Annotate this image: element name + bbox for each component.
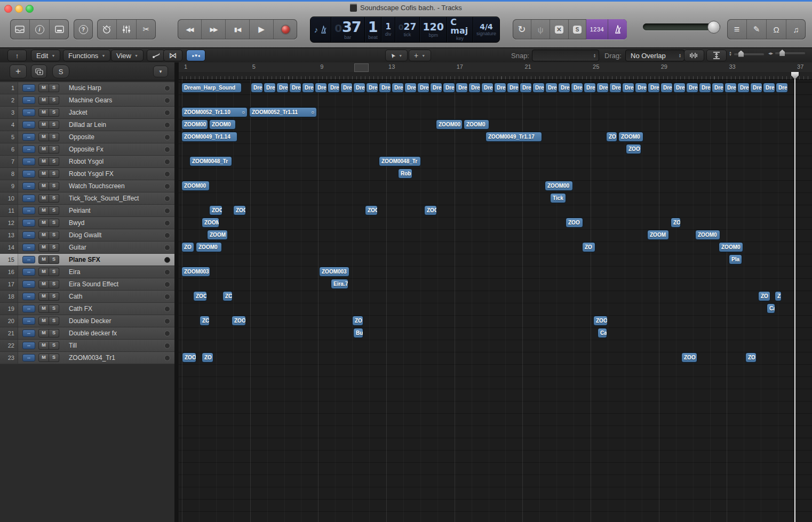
track-name[interactable]: Jacket <box>69 109 164 116</box>
audio-region[interactable]: ZOOM00 <box>545 181 573 191</box>
audio-region[interactable]: ZOO <box>424 205 437 215</box>
mute-button[interactable]: M <box>38 280 49 288</box>
automation-button[interactable] <box>147 50 165 61</box>
lcd-bar-field[interactable]: 037 bar <box>331 17 365 42</box>
lcd-tick-field[interactable]: 027 tick <box>395 17 420 42</box>
track-name[interactable]: Robot Ysgol <box>69 158 164 165</box>
solo-button[interactable]: S <box>49 96 59 105</box>
audio-region[interactable]: Dre <box>596 83 609 93</box>
audio-region[interactable]: ZO <box>758 291 770 301</box>
mute-button[interactable]: M <box>38 329 49 338</box>
audio-region[interactable]: Dre <box>635 83 647 93</box>
track-row[interactable]: 12↔MSBwyd <box>0 217 174 229</box>
audio-region[interactable]: Dre <box>545 83 558 93</box>
cycle-button[interactable]: ↻ <box>513 19 531 39</box>
input-monitor-button[interactable] <box>164 208 170 214</box>
input-monitor-button[interactable] <box>164 98 170 103</box>
audio-region[interactable]: ZOO <box>193 291 207 301</box>
audio-region[interactable]: Dre <box>763 83 775 93</box>
audio-region[interactable]: Ca <box>767 303 775 314</box>
audio-region[interactable]: Dre <box>379 83 391 93</box>
audio-region[interactable]: ZOOM <box>647 230 669 240</box>
solo-button[interactable]: S <box>49 268 59 276</box>
mute-button[interactable]: M <box>38 84 49 92</box>
input-monitor-button[interactable] <box>164 171 170 177</box>
mute-button[interactable]: M <box>38 133 49 141</box>
audio-region[interactable]: Dre <box>609 83 622 93</box>
audio-region[interactable]: Dre <box>366 83 378 93</box>
track-icon[interactable]: ↔ <box>22 146 35 153</box>
track-row[interactable]: 22↔MSTill <box>0 340 174 352</box>
audio-region[interactable]: ZO <box>606 132 617 142</box>
solo-button[interactable]: S <box>49 157 59 166</box>
track-icon[interactable]: ↔ <box>22 268 35 276</box>
input-monitor-button[interactable] <box>164 245 170 251</box>
track-name[interactable]: Opposite <box>69 133 164 141</box>
audio-region[interactable]: Pla <box>729 254 742 264</box>
track-icon[interactable]: ↔ <box>22 330 35 337</box>
track-name[interactable]: Double Decker <box>69 317 164 325</box>
input-monitor-button[interactable] <box>164 159 170 165</box>
solo-button[interactable]: S <box>49 304 59 313</box>
audio-region[interactable]: Ca <box>598 328 607 338</box>
forward-button[interactable]: ▶▶ <box>202 19 226 39</box>
track-row[interactable]: 8↔MSRobot Ysgol FX <box>0 168 174 180</box>
track-row[interactable]: 10↔MSTick_Tock_Sound_Effect <box>0 192 174 205</box>
track-row[interactable]: 7↔MSRobot Ysgol <box>0 156 174 168</box>
mute-button[interactable]: M <box>38 170 49 178</box>
audio-region[interactable]: Dre <box>571 83 583 93</box>
track-icon[interactable]: ↔ <box>22 293 35 300</box>
track-row[interactable]: 18↔MSCath <box>0 291 174 303</box>
vertical-zoom-slider[interactable] <box>734 53 764 55</box>
solo-button[interactable]: S <box>49 84 59 92</box>
track-row[interactable]: 11↔MSPeiriant <box>0 205 174 217</box>
audio-region[interactable]: Dre <box>417 83 429 93</box>
punch-button[interactable]: × <box>550 19 569 39</box>
track-name[interactable]: Peiriant <box>69 207 164 214</box>
horizontal-zoom-slider[interactable] <box>775 52 805 54</box>
track-icon[interactable]: ↔ <box>22 84 35 92</box>
solo-button[interactable]: S <box>49 133 59 141</box>
audio-region[interactable]: Dre <box>328 83 340 93</box>
input-monitor-button[interactable] <box>164 294 170 300</box>
track-row[interactable]: 1↔MSMusic Harp <box>0 82 174 94</box>
solo-button[interactable]: S <box>49 341 59 350</box>
mute-button[interactable]: M <box>38 268 49 276</box>
audio-region[interactable]: ZOOM0052_Tr1.10○ <box>181 107 248 117</box>
track-name[interactable]: ZOOM0034_Tr1 <box>69 354 164 362</box>
audio-region[interactable]: ZC <box>222 291 233 301</box>
solo-mode-button[interactable]: S <box>569 19 586 39</box>
tools-button[interactable]: ✂ <box>137 19 156 39</box>
arrange-area[interactable]: Dream_Harp_SoundDreDreDreDreDreDreDreDre… <box>179 80 812 522</box>
track-row[interactable]: 17↔MSEira Sound Effect <box>0 278 174 291</box>
audio-region[interactable]: Dre <box>584 83 596 93</box>
up-arrow-button[interactable]: ↑ <box>7 50 27 61</box>
audio-region[interactable]: ZOOM0048_Tr <box>189 156 232 166</box>
solo-button[interactable]: S <box>49 108 59 117</box>
audio-region[interactable]: Dre <box>302 83 314 93</box>
solo-button[interactable]: S <box>49 145 59 154</box>
tuner-button[interactable]: ψ <box>531 19 550 39</box>
drag-menu[interactable]: No Overlap ▲▼ <box>625 50 684 61</box>
input-monitor-button[interactable] <box>164 257 170 263</box>
track-icon[interactable]: ↔ <box>22 256 35 263</box>
solo-button[interactable]: S <box>49 182 59 190</box>
audio-region[interactable]: Dre <box>750 83 762 93</box>
solo-button[interactable]: S <box>49 280 59 288</box>
solo-tracks-button[interactable]: S <box>52 65 69 78</box>
audio-region[interactable]: ZOO <box>233 205 246 215</box>
track-name[interactable]: Double decker fx <box>69 330 164 337</box>
audio-region[interactable]: Dre <box>520 83 532 93</box>
audio-region[interactable]: Dre <box>725 83 737 93</box>
mute-button[interactable]: M <box>38 108 49 117</box>
audio-region[interactable]: Dre <box>712 83 724 93</box>
input-monitor-button[interactable] <box>164 147 170 152</box>
track-name[interactable]: Cath <box>69 293 164 300</box>
input-monitor-button[interactable] <box>164 85 170 91</box>
audio-region[interactable]: ZOOM <box>202 218 219 228</box>
audio-region[interactable]: Dre <box>264 83 276 93</box>
metronome-button[interactable] <box>608 19 627 39</box>
audio-region[interactable]: Bu <box>353 328 363 338</box>
audio-region[interactable]: ZOOM003 <box>319 267 349 277</box>
input-monitor-button[interactable] <box>164 122 170 128</box>
